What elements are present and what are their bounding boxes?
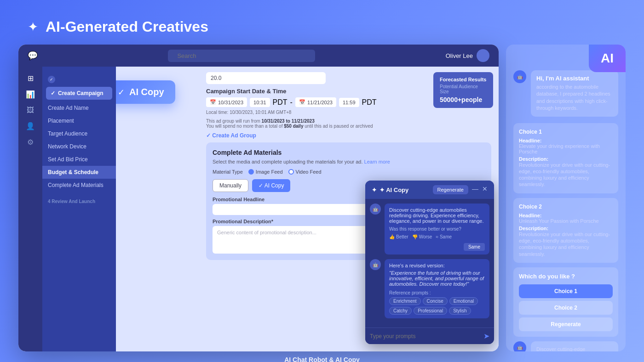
ai-copy-upload-btn[interactable]: ✓ AI Copy	[252, 179, 290, 192]
which-title: Which do you like ?	[519, 273, 613, 280]
nav-budget-schedule[interactable]: Budget & Schedule	[42, 166, 116, 179]
chat-messages: 🤖 Discover cutting-edge automobiles rede…	[365, 199, 494, 328]
ref-tag-emotional[interactable]: Emotional	[449, 297, 478, 305]
nav-set-bid-price[interactable]: Set Ad Bid Price	[42, 153, 116, 166]
learn-more-link[interactable]: Learn more	[364, 159, 390, 164]
end-date-field[interactable]: 📅 11/21/2023	[295, 97, 336, 107]
choice1-card: Choice 1 Headline: Elevate your driving …	[513, 123, 618, 193]
nav-network-device[interactable]: Network Device	[42, 140, 116, 153]
end-time-field[interactable]: 11:59	[339, 98, 359, 107]
sparkle-icon: ✦	[28, 19, 38, 34]
ref-tag-catchy[interactable]: Catchy	[389, 307, 412, 315]
minimize-icon[interactable]: —	[472, 185, 478, 194]
same-action-btn[interactable]: Same	[464, 243, 485, 251]
ai-greeting-bubble: Hi, I'm AI assistant according to the au…	[531, 70, 618, 117]
forecasted-sub: Potential Audience Size	[440, 84, 487, 94]
choice1-label: Choice 1	[519, 129, 613, 135]
image-feed-radio[interactable]	[248, 169, 254, 175]
app-topbar: 💬 Oliver Lee	[18, 45, 499, 67]
ai-response-bubble: Discover cutting-edge automobiles redefi…	[531, 341, 618, 351]
dashboard-icon[interactable]: ⊞	[28, 74, 34, 83]
material-type-label: Material Type	[213, 169, 243, 175]
send-icon[interactable]: ➤	[483, 332, 489, 340]
page-header: ✦ AI-Generated Creatives	[0, 0, 644, 45]
ref-prompts: Reference prompts : Enrichment Concise E…	[389, 290, 485, 315]
create-campaign-btn[interactable]: ✓ Create Campaign	[46, 87, 112, 100]
chat-title-icon: ✦	[372, 187, 377, 193]
ai-badge-top: AI	[589, 45, 626, 72]
campaign-value-field: 20.0	[206, 72, 326, 84]
create-campaign-icon: ✓	[51, 90, 55, 96]
which-card: Which do you like ? Choice 1 Choice 2 Re…	[513, 267, 618, 337]
search-input[interactable]	[168, 50, 315, 62]
worse-btn-1[interactable]: 👎 Worse	[412, 234, 432, 239]
image-icon[interactable]: 🖼	[27, 106, 34, 114]
ref-tag-enrichment[interactable]: Enrichment	[389, 297, 421, 305]
app-body: ⊞ 📊 🖼 👤 ⚙ ✓ ✓ Create Campaign Create Ad …	[18, 67, 499, 351]
chat-avatar-2: 🤖	[370, 259, 381, 270]
forecasted-panel: Forecasted Results Potential Audience Si…	[433, 72, 493, 108]
chat-bubble-1: Discover cutting-edge automobiles redefi…	[385, 204, 489, 255]
which-regen-btn[interactable]: Regenerate	[519, 317, 613, 331]
choice2-desc-text: Revolutionize your drive with our cuttin…	[519, 231, 613, 257]
ai-chat-panel: ✦ ✦ AI Copy Regenerate — ✕ 🤖	[365, 181, 494, 344]
ai-copy-badge-label: AI Copy	[129, 87, 164, 97]
user-name: Oliver Lee	[446, 52, 473, 59]
app-main-area: ✓ AI Copy 20.0 Campaign Start Date & Tim…	[116, 67, 499, 351]
chat-header: ✦ ✦ AI Copy Regenerate — ✕	[365, 181, 494, 199]
chat-message-1: 🤖 Discover cutting-edge automobiles rede…	[370, 204, 489, 255]
choice2-label: Choice 2	[519, 204, 613, 210]
choice2-select-btn[interactable]: Choice 2	[519, 301, 613, 315]
nav-complete-ad-materials[interactable]: Complete Ad Materials	[42, 179, 116, 192]
ref-tag-concise[interactable]: Concise	[423, 297, 448, 305]
step4-label: 4 Review And Launch	[42, 197, 116, 206]
ref-tag-stylish[interactable]: Stylish	[449, 307, 471, 315]
chat-bubble-2: Here's a revised version: "Experience th…	[385, 259, 489, 318]
video-feed-option[interactable]: Video Feed	[288, 169, 322, 175]
ai-copy-check-icon: ✓	[118, 87, 125, 97]
nav-placement[interactable]: Placement	[42, 114, 116, 127]
app-panel: 💬 Oliver Lee ⊞ 📊 🖼 👤 ⚙ ✓	[18, 45, 499, 351]
user-icon[interactable]: 👤	[26, 122, 35, 130]
chart-icon[interactable]: 📊	[26, 90, 35, 99]
thumbs-up-icon-1: 👍	[389, 234, 395, 239]
choice1-headline-text: Elevate your driving experience with Por…	[519, 143, 613, 154]
better-btn-1[interactable]: 👍 Better	[389, 234, 408, 239]
chat-input[interactable]	[370, 333, 481, 339]
right-panel: AI 🤖 Hi, I'm AI assistant according to t…	[506, 45, 626, 351]
ref-tag-professional[interactable]: Professional	[414, 307, 447, 315]
manually-btn[interactable]: Manually	[213, 179, 248, 192]
forecasted-title: Forecasted Results	[440, 77, 487, 82]
main-content: 💬 Oliver Lee ⊞ 📊 🖼 👤 ⚙ ✓	[0, 45, 644, 351]
chat-message-2: 🤖 Here's a revised version: "Experience …	[370, 259, 489, 318]
nav-target-audience[interactable]: Target Audience	[42, 127, 116, 140]
materials-sub: Select the media and complete uploading …	[213, 159, 485, 164]
start-date-field[interactable]: 📅 10/31/2023	[206, 97, 247, 107]
ai-copy-badge: ✓ AI Copy	[116, 80, 175, 104]
feedback-label-1: Was this response better or worse?	[389, 226, 485, 232]
close-icon[interactable]: ✕	[482, 185, 488, 194]
user-info: Oliver Lee	[446, 49, 489, 62]
step1-num: ✓	[48, 76, 55, 83]
same-btn-1[interactable]: ≈ Same	[436, 234, 452, 239]
chat-regenerate-btn[interactable]: Regenerate	[433, 185, 469, 194]
choice1-select-btn[interactable]: Choice 1	[519, 284, 613, 298]
nav-create-ad-name[interactable]: Create Ad Name	[42, 102, 116, 114]
step1-indicator: ✓	[42, 74, 116, 85]
settings-icon[interactable]: ⚙	[27, 138, 34, 147]
video-feed-radio[interactable]	[288, 169, 294, 175]
image-feed-option[interactable]: Image Feed	[248, 169, 283, 175]
chat-msg1-text: Discover cutting-edge automobiles redefi…	[389, 207, 485, 224]
choice1-desc-label: Description:	[519, 156, 613, 162]
choice2-headline-text: Unleash Your Passion with Porsche	[519, 218, 613, 224]
same-icon-1: ≈	[436, 234, 438, 239]
start-time-field[interactable]: 10:31	[250, 98, 270, 107]
chat-msg2-intro: Here's a revised version:	[389, 263, 485, 268]
choice2-card: Choice 2 Headline: Unleash Your Passion …	[513, 198, 618, 263]
page-title: AI-Generated Creatives	[46, 18, 208, 35]
avatar	[477, 49, 489, 62]
ai-response-avatar: 🤖	[513, 341, 526, 351]
ref-tags: Enrichment Concise Emotional Catchy Prof…	[389, 297, 485, 315]
chat-controls: Regenerate — ✕	[433, 185, 488, 194]
chat-avatar-1: 🤖	[370, 204, 381, 215]
